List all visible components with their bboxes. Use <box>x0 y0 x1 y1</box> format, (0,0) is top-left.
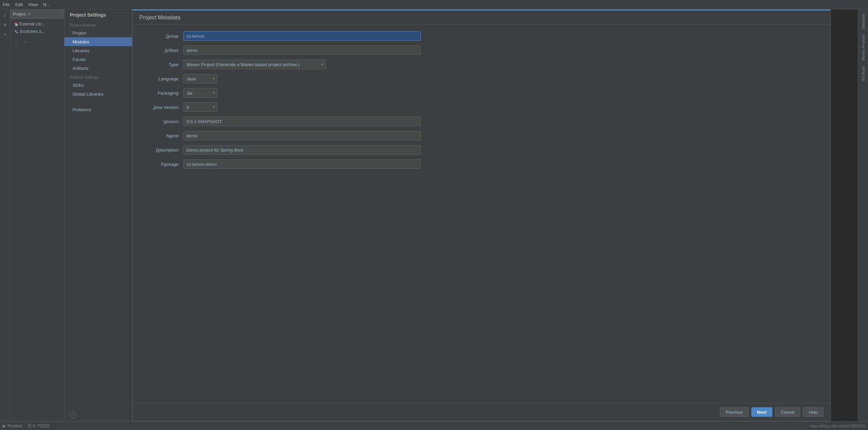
version-label: Version: <box>143 119 183 124</box>
nav-controls: ← → <box>10 37 64 47</box>
description-row: Description: <box>143 145 820 155</box>
name-label-text2: me: <box>172 133 179 138</box>
scratches-icon: 🔧 <box>14 30 18 34</box>
java-version-select[interactable]: 8 11 17 21 <box>183 102 217 112</box>
settings-nav-modules[interactable]: Modules <box>64 37 132 46</box>
settings-header: Project Settings <box>64 9 132 20</box>
packaging-select-wrapper: Jar War <box>183 88 217 98</box>
menu-edit[interactable]: Edit <box>15 2 23 7</box>
artifact-input[interactable] <box>183 45 421 55</box>
name-label: Name: <box>143 133 183 138</box>
language-select[interactable]: Java Kotlin Groovy <box>183 74 217 83</box>
settings-nav-sdks[interactable]: SDKs <box>64 81 132 90</box>
type-select-wrapper: Maven Project (Generate a Maven based pr… <box>183 60 326 69</box>
group-input[interactable] <box>183 31 421 41</box>
dialog-title: Project Metadata <box>133 11 830 24</box>
project-panel: Project ▼ 📚 External Lib... 🔧 Scratches … <box>10 9 64 421</box>
type-select[interactable]: Maven Project (Generate a Maven based pr… <box>183 60 326 69</box>
name-row: Name: <box>143 131 820 140</box>
group-label-text: roup: <box>169 34 179 39</box>
type-row: Type: Maven Project (Generate a Maven ba… <box>143 60 820 69</box>
version-input[interactable] <box>183 117 421 126</box>
dialog-footer: Previous Next Cancel Help <box>133 403 830 421</box>
tree-item-scratches-label: Scratches a... <box>20 29 44 34</box>
settings-nav-artifacts[interactable]: Artifacts <box>64 64 132 73</box>
menu-bar: File Edit View N... <box>0 0 868 9</box>
todo-label: 6: TODO <box>33 424 49 428</box>
settings-nav-problems[interactable]: Problems <box>64 105 132 114</box>
terminal-button[interactable]: ▶ Terminal <box>3 424 22 428</box>
name-input[interactable] <box>183 131 421 140</box>
project-metadata-dialog: Project Metadata Group: Artifact: <box>132 9 831 421</box>
help-button[interactable]: Help <box>803 407 824 417</box>
language-row: Language: Java Kotlin Groovy <box>143 74 820 83</box>
next-button[interactable]: Next <box>751 407 772 417</box>
tree-item-scratches[interactable]: 🔧 Scratches a... <box>10 28 64 35</box>
description-input[interactable] <box>183 145 421 155</box>
packaging-label: Packaging: <box>143 91 183 96</box>
name-label-text: N <box>166 133 170 138</box>
version-row: Version: <box>143 117 820 126</box>
cancel-button[interactable]: Cancel <box>775 407 800 417</box>
bottom-bar: ▶ Terminal ☰ 6: TODO https://blog.csdn.n… <box>0 421 868 430</box>
java-version-label-text: ava Version: <box>155 105 179 110</box>
url-display: https://blog.csdn.net/u013860260 <box>810 424 865 428</box>
java-version-label: Java Version: <box>143 105 183 110</box>
todo-icon: ☰ <box>28 424 32 428</box>
settings-nav-project[interactable]: Project <box>64 28 132 37</box>
settings-title: Project Settings <box>70 12 106 18</box>
tree-item-external-lib[interactable]: 📚 External Lib... <box>10 20 64 28</box>
package-input[interactable] <box>183 159 421 169</box>
menu-view[interactable]: View <box>28 2 38 7</box>
forward-button[interactable]: → <box>21 38 28 45</box>
project-icon[interactable]: 1 <box>1 11 9 20</box>
package-label: Package: <box>143 162 183 167</box>
settings-panel: Project Settings Project Settings Projec… <box>64 9 132 421</box>
artifact-label-text: rtifact: <box>167 48 179 53</box>
version-label-text: ersion: <box>166 119 179 124</box>
version-label-underline: V <box>163 119 166 124</box>
structure-icon[interactable]: ≡ <box>1 30 9 39</box>
right-sidebar-database[interactable]: Database <box>860 11 867 32</box>
artifact-label: Artifact: <box>143 48 183 53</box>
previous-button[interactable]: Previous <box>720 407 749 417</box>
java-version-row: Java Version: 8 11 17 21 <box>143 102 820 112</box>
terminal-icon: ▶ <box>3 424 6 428</box>
dialog-content: Group: Artifact: Type: <box>133 24 830 403</box>
project-dropdown-icon[interactable]: ▼ <box>27 12 31 16</box>
group-row: Group: <box>143 31 820 41</box>
settings-nav-facets[interactable]: Facets <box>64 55 132 64</box>
right-sidebar-ant[interactable]: Ant Build <box>860 63 867 84</box>
java-version-select-wrapper: 8 11 17 21 <box>183 102 217 112</box>
left-icons-panel: 1 ★ ≡ <box>0 9 10 421</box>
packaging-row: Packaging: Jar War <box>143 88 820 98</box>
project-settings-section: Project Settings <box>64 20 132 28</box>
type-label: Type: <box>143 62 183 67</box>
artifact-row: Artifact: <box>143 45 820 55</box>
packaging-select[interactable]: Jar War <box>183 88 217 98</box>
description-label-underline: D <box>156 148 159 153</box>
favorites-icon[interactable]: ★ <box>1 20 9 29</box>
project-label: Project <box>13 12 25 17</box>
project-tree: 📚 External Lib... 🔧 Scratches a... <box>10 19 64 37</box>
terminal-label: Terminal <box>7 424 22 428</box>
dialog-overlay: Project Metadata Group: Artifact: <box>132 9 858 421</box>
help-circle-button[interactable]: ? <box>70 412 77 418</box>
language-select-wrapper: Java Kotlin Groovy <box>183 74 217 83</box>
external-lib-icon: 📚 <box>14 22 18 26</box>
description-label: Description: <box>143 148 183 153</box>
settings-nav-libraries[interactable]: Libraries <box>64 46 132 55</box>
group-label: Group: <box>143 34 183 39</box>
todo-button[interactable]: ☰ 6: TODO <box>28 424 49 428</box>
back-button[interactable]: ← <box>13 38 20 45</box>
menu-file[interactable]: File <box>3 2 10 7</box>
menu-more[interactable]: N... <box>43 2 50 7</box>
right-sidebar-maven[interactable]: Maven Projects <box>860 32 867 63</box>
package-row: Package: <box>143 159 820 169</box>
package-label-text2: ckage: <box>166 162 179 167</box>
project-panel-header: Project ▼ <box>10 9 64 19</box>
tree-item-external-lib-label: External Lib... <box>20 22 44 26</box>
right-sidebar: Database Maven Projects Ant Build <box>858 9 868 421</box>
language-label: Language: <box>143 76 183 81</box>
settings-nav-global-libs[interactable]: Global Libraries <box>64 90 132 98</box>
